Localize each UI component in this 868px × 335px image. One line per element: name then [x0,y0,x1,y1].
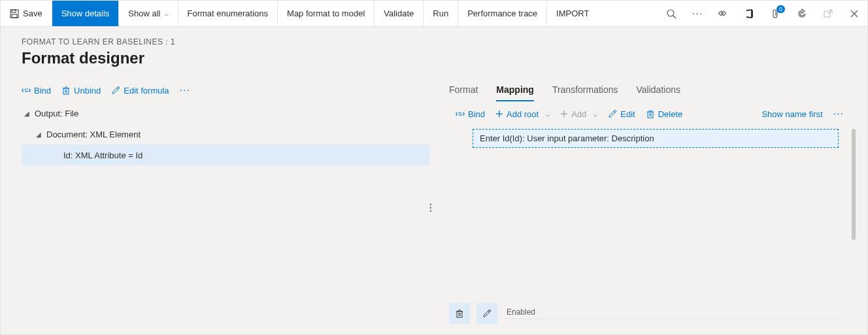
ellipsis-icon: ··· [180,84,190,96]
enabled-label: Enabled [507,308,844,317]
save-button[interactable]: Save [1,1,52,26]
chevron-down-icon: ⌵ [546,111,550,118]
format-tree: ◢ Output: File ◢ Document: XML Element I… [22,103,429,166]
delete-label: Delete [658,109,683,119]
close-button[interactable] [841,1,867,26]
search-button[interactable] [658,1,684,26]
tab-transformations[interactable]: Transformations [552,80,618,101]
add-root-label: Add root [507,109,539,119]
left-more-action[interactable]: ··· [180,84,190,96]
plus-icon [495,110,503,118]
import-button[interactable]: IMPORT [547,1,598,26]
format-enumerations-button[interactable]: Format enumerations [178,1,278,26]
run-button[interactable]: Run [424,1,458,26]
add-action: Add ⌵ [560,109,597,119]
chevron-down-icon: ⌵ [165,10,169,17]
trash-icon [61,86,71,95]
show-details-label: Show details [61,9,110,18]
delete-action[interactable]: Delete [646,109,683,119]
page-title: Format designer [22,49,846,67]
collapse-icon[interactable]: ◢ [33,131,44,138]
edit-label: Edit [620,109,635,119]
svg-rect-19 [648,112,653,118]
popout-icon [823,9,833,19]
show-details-button[interactable]: Show details [52,1,120,26]
right-action-bar: Bind Add root ⌵ Add ⌵ [449,101,857,126]
add-root-action[interactable]: Add root ⌵ [495,109,550,119]
column-splitter[interactable]: ••• [429,203,432,212]
validate-button[interactable]: Validate [375,1,424,26]
enabled-field[interactable] [504,318,844,319]
right-more-action[interactable]: ··· [833,108,844,120]
refresh-icon [797,9,807,19]
add-label: Add [571,109,586,119]
main-columns: Bind Unbind Edit formula ··· [1,73,867,334]
show-name-first-label: Show name first [761,109,822,119]
plus-icon [560,110,568,118]
right-panel: ••• Format Mapping Transformations Valid… [429,80,857,334]
collapse-icon[interactable]: ◢ [22,110,32,117]
more-button[interactable]: ··· [684,1,710,26]
refresh-button[interactable] [789,1,815,26]
pencil-icon [482,309,492,318]
edit-formula-button[interactable] [476,303,497,324]
trash-icon [455,309,464,318]
save-icon [10,9,19,18]
mapping-item[interactable]: Enter Id(Id): User input parameter: Desc… [473,129,839,148]
office-button[interactable] [737,1,763,26]
mapping-area: Enter Id(Id): User input parameter: Desc… [449,126,857,298]
header-section: FORMAT TO LEARN ER BASELINES : 1 Format … [1,27,867,73]
svg-rect-24 [457,311,462,317]
search-icon [666,9,676,19]
show-all-button[interactable]: Show all ⌵ [119,1,178,26]
tree-label: Output: File [32,109,78,118]
validate-label: Validate [384,9,414,18]
tree-node-document[interactable]: ◢ Document: XML Element [22,124,429,145]
edit-formula-label: Edit formula [124,86,169,96]
breadcrumb: FORMAT TO LEARN ER BASELINES : 1 [22,37,846,46]
bind-action[interactable]: Bind [22,86,51,96]
right-tabs: Format Mapping Transformations Validatio… [449,80,857,101]
run-label: Run [433,9,448,18]
close-icon [850,9,859,18]
perf-trace-label: Performance trace [467,9,537,18]
chevron-down-icon: ⌵ [593,111,597,118]
link-icon [456,109,465,118]
edit-formula-action[interactable]: Edit formula [111,86,169,96]
trash-icon [646,109,655,118]
scrollbar[interactable] [852,129,856,240]
left-action-bar: Bind Unbind Edit formula ··· [22,80,429,103]
tree-node-id[interactable]: Id: XML Attribute = Id [22,145,429,166]
diamond-icon [718,9,729,19]
show-all-label: Show all [128,9,160,18]
bind-action-right[interactable]: Bind [456,109,485,119]
tree-label: Document: XML Element [44,130,141,139]
top-toolbar: Save Show details Show all ⌵ Format enum… [1,1,867,27]
connector-button[interactable] [710,1,737,26]
tree-label: Id: XML Attribute = Id [61,150,142,160]
attachments-button[interactable]: 0 [763,1,789,26]
popout-button[interactable] [815,1,841,26]
import-label: IMPORT [556,9,589,18]
ellipsis-icon: ··· [692,8,703,20]
pencil-icon [111,86,120,95]
svg-point-3 [667,10,674,16]
tree-node-output[interactable]: ◢ Output: File [22,103,429,124]
ellipsis-icon: ··· [833,108,844,120]
map-format-label: Map format to model [287,9,365,18]
badge-count: 0 [776,5,785,13]
bind-label: Bind [468,109,485,119]
tab-format[interactable]: Format [449,80,478,101]
delete-formula-button[interactable] [449,303,470,324]
svg-rect-1 [12,10,16,12]
tab-validations[interactable]: Validations [637,80,680,101]
tab-mapping[interactable]: Mapping [496,80,534,101]
show-name-first-action[interactable]: Show name first [761,109,822,119]
map-format-button[interactable]: Map format to model [278,1,375,26]
performance-trace-button[interactable]: Performance trace [458,1,547,26]
save-label: Save [23,9,42,18]
paperclip-icon: 0 [771,8,781,20]
unbind-action[interactable]: Unbind [61,86,101,96]
left-panel: Bind Unbind Edit formula ··· [22,80,429,334]
edit-action[interactable]: Edit [608,109,635,119]
